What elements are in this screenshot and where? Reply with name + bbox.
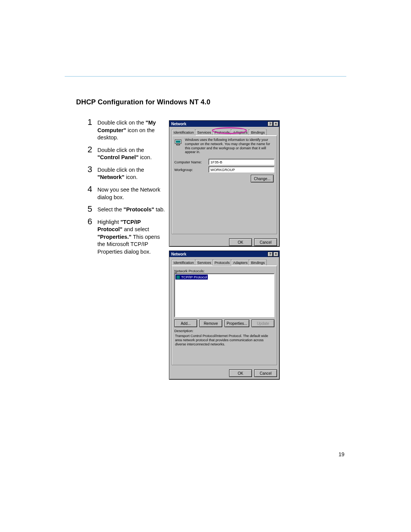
tab-identification[interactable]: Identification bbox=[172, 129, 196, 136]
remove-button[interactable]: Remove bbox=[199, 320, 222, 327]
close-button[interactable]: × bbox=[273, 252, 279, 257]
protocol-icon bbox=[176, 275, 180, 279]
description-row: Windows uses the following information t… bbox=[174, 138, 274, 154]
workgroup-row: Workgroup: WORKGROUP bbox=[174, 166, 274, 173]
horizontal-rule bbox=[65, 76, 346, 77]
window-title: Network bbox=[170, 252, 267, 256]
update-button: Update bbox=[252, 320, 274, 327]
description-label: Description: bbox=[174, 329, 274, 333]
step-number: 2 bbox=[88, 145, 97, 161]
close-button[interactable]: × bbox=[273, 121, 279, 126]
section-heading: DHCP Configuration for Windows NT 4.0 bbox=[76, 98, 210, 106]
svg-rect-2 bbox=[177, 144, 180, 145]
dialog-buttons: OK Cancel bbox=[169, 236, 279, 248]
titlebar: Network ? × bbox=[169, 121, 279, 127]
computer-name-row: Computer Name: 1F35-B bbox=[174, 159, 274, 165]
workgroup-label: Workgroup: bbox=[174, 168, 209, 172]
computer-name-value: 1F35-B bbox=[209, 159, 274, 165]
tab-bindings[interactable]: Bindings bbox=[249, 259, 266, 266]
list-item-selected[interactable]: TCP/IP Protocol bbox=[175, 275, 208, 280]
dialog-buttons: OK Cancel bbox=[169, 367, 279, 379]
step-item: 5 Select the "Protocols" tab. bbox=[88, 205, 166, 214]
network-dialog-identification: Network ? × Identification Services Prot… bbox=[169, 120, 280, 247]
tab-adapters[interactable]: Adapters bbox=[231, 129, 249, 136]
tab-bindings[interactable]: Bindings bbox=[249, 129, 266, 136]
document-page: DHCP Configuration for Windows NT 4.0 1 … bbox=[0, 0, 411, 532]
cancel-button[interactable]: Cancel bbox=[254, 369, 277, 377]
button-strip: Add... Remove Properties... Update bbox=[174, 320, 274, 327]
step-item: 2 Double click on the "Control Panel" ic… bbox=[88, 145, 166, 161]
window-title: Network bbox=[170, 122, 267, 126]
workgroup-value: WORKGROUP bbox=[209, 166, 274, 173]
change-button[interactable]: Change... bbox=[251, 175, 274, 182]
tab-protocols[interactable]: Protocols bbox=[213, 129, 232, 136]
ok-button[interactable]: OK bbox=[229, 238, 252, 246]
help-button[interactable]: ? bbox=[268, 121, 273, 126]
cancel-button[interactable]: Cancel bbox=[254, 238, 277, 246]
step-number: 5 bbox=[88, 205, 97, 214]
computer-name-label: Computer Name: bbox=[174, 160, 209, 164]
ok-button[interactable]: OK bbox=[229, 369, 252, 377]
tab-adapters[interactable]: Adapters bbox=[231, 259, 249, 266]
step-item: 4 Now you see the Network dialog box. bbox=[88, 185, 166, 201]
tab-services[interactable]: Services bbox=[195, 259, 213, 266]
tab-identification[interactable]: Identification bbox=[172, 259, 196, 266]
help-button[interactable]: ? bbox=[268, 252, 273, 257]
step-item: 6 Highlight "TCP/IP Protocol" and select… bbox=[88, 217, 166, 256]
step-text: Double click on the "Control Panel" icon… bbox=[97, 145, 166, 161]
protocols-listbox[interactable]: TCP/IP Protocol bbox=[174, 273, 274, 317]
add-button[interactable]: Add... bbox=[174, 320, 197, 327]
properties-button[interactable]: Properties... bbox=[225, 320, 249, 327]
step-number: 1 bbox=[88, 118, 97, 142]
tab-strip: Identification Services Protocols Adapte… bbox=[172, 129, 277, 136]
page-number: 19 bbox=[338, 451, 344, 457]
step-text: Highlight "TCP/IP Protocol" and select "… bbox=[97, 217, 166, 256]
tab-panel: Network Protocols: TCP/IP Protocol Add..… bbox=[172, 265, 277, 365]
step-text: Now you see the Network dialog box. bbox=[97, 185, 166, 201]
step-number: 3 bbox=[88, 165, 97, 181]
tab-strip: Identification Services Protocols Adapte… bbox=[172, 259, 277, 266]
tab-panel: Windows uses the following information t… bbox=[172, 135, 277, 234]
step-text: Double click on the "My Computer" icon o… bbox=[97, 118, 166, 142]
step-text: Double click on the "Network" icon. bbox=[97, 165, 166, 181]
step-number: 6 bbox=[88, 217, 97, 256]
step-text: Select the "Protocols" tab. bbox=[97, 205, 166, 214]
network-dialog-protocols: Network ? × Identification Services Prot… bbox=[169, 251, 280, 380]
titlebar: Network ? × bbox=[169, 251, 279, 257]
step-item: 3 Double click on the "Network" icon. bbox=[88, 165, 166, 181]
tab-services[interactable]: Services bbox=[195, 129, 213, 136]
step-number: 4 bbox=[88, 185, 97, 201]
network-protocols-label: Network Protocols: bbox=[174, 269, 274, 273]
description-text: Transport Control Protocol/Internet Prot… bbox=[174, 333, 274, 346]
description-text: Windows uses the following information t… bbox=[185, 138, 274, 154]
tab-protocols[interactable]: Protocols bbox=[213, 259, 232, 266]
computer-icon bbox=[174, 138, 183, 148]
svg-rect-1 bbox=[176, 141, 180, 143]
steps-list: 1 Double click on the "My Computer" icon… bbox=[88, 118, 166, 259]
step-item: 1 Double click on the "My Computer" icon… bbox=[88, 118, 166, 142]
